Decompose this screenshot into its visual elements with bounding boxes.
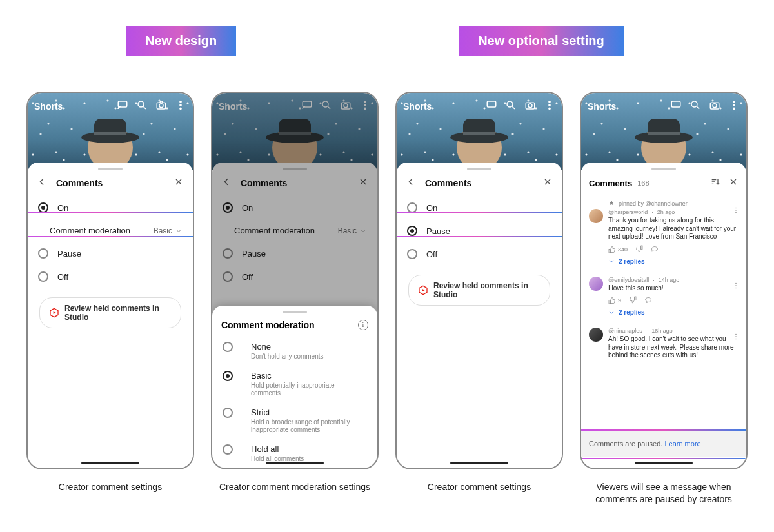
back-icon[interactable]: [406, 177, 416, 190]
svg-point-22: [549, 108, 550, 109]
badge-new-optional-setting: New optional setting: [459, 26, 624, 56]
badge-new-design: New design: [126, 26, 236, 56]
page-root: New design New optional setting Shorts: [19, 26, 755, 506]
avatar[interactable]: [589, 209, 603, 223]
sheet-title: Comments: [56, 178, 103, 188]
sheet-header: Comments: [28, 170, 193, 196]
home-indicator: [266, 462, 324, 464]
option-off[interactable]: Off: [399, 242, 559, 266]
close-icon[interactable]: [542, 177, 553, 190]
video-background: Shorts: [212, 93, 377, 170]
svg-point-14: [364, 104, 366, 106]
topbar: Shorts: [581, 93, 746, 120]
cast-icon[interactable]: [109, 99, 128, 113]
search-icon[interactable]: [497, 99, 517, 113]
camera-icon[interactable]: [332, 99, 352, 113]
learn-more-link[interactable]: Learn more: [664, 440, 700, 448]
options-list: On Comment moderation Basic Pause: [28, 196, 193, 288]
more-icon[interactable]: [167, 99, 186, 113]
svg-point-21: [549, 104, 550, 106]
cast-icon[interactable]: [662, 99, 682, 113]
viewer-title: Comments: [589, 179, 632, 188]
subopt-basic[interactable]: BasicHold potentially inappropriate comm…: [212, 366, 377, 402]
back-icon[interactable]: [37, 177, 47, 190]
avatar[interactable]: [589, 277, 603, 291]
comment: @ninanaples·18h ago Ah! SO good. I can't…: [581, 322, 746, 366]
more-icon[interactable]: [720, 99, 740, 113]
reply-icon[interactable]: [644, 296, 652, 305]
caption: Viewers will see a message when comments…: [580, 481, 748, 506]
review-chip[interactable]: Review held comments in Studio: [408, 275, 550, 306]
replies-link[interactable]: 2 replies: [608, 309, 739, 316]
subsheet-title: Comment moderation: [221, 320, 315, 330]
subopt-strict[interactable]: StrictHold a broader range of potentiall…: [212, 402, 377, 439]
close-icon[interactable]: [174, 177, 184, 190]
caption: Creator comment settings: [59, 481, 162, 493]
replies-link[interactable]: 2 replies: [608, 258, 739, 265]
options-list: On Pause Off: [397, 196, 562, 266]
search-icon[interactable]: [128, 99, 148, 113]
option-pause[interactable]: Pause: [30, 242, 190, 265]
info-icon[interactable]: [358, 320, 368, 330]
camera-icon[interactable]: [701, 99, 720, 113]
option-label: On: [57, 203, 68, 213]
sort-icon[interactable]: [710, 177, 720, 190]
subsheet-header: Comment moderation: [212, 313, 377, 337]
video-subject: [635, 112, 693, 170]
option-on[interactable]: On: [30, 196, 190, 219]
sheet-header: Comments: [397, 170, 562, 196]
svg-rect-16: [487, 101, 496, 107]
topbar-label: Shorts: [219, 101, 247, 112]
subopt-none[interactable]: NoneDon't hold any comments: [212, 337, 377, 366]
dislike-icon[interactable]: [629, 296, 637, 305]
home-indicator: [635, 462, 693, 464]
comment-more-icon[interactable]: [732, 331, 740, 343]
comment-more-icon[interactable]: [732, 281, 740, 292]
more-icon[interactable]: [536, 99, 555, 113]
col-3: Shorts Comments: [395, 92, 563, 506]
search-icon[interactable]: [313, 99, 332, 113]
svg-rect-41: [635, 297, 636, 300]
cast-icon[interactable]: [293, 99, 313, 113]
option-moderation[interactable]: Comment moderation Basic: [30, 219, 190, 242]
svg-rect-9: [303, 101, 312, 107]
cast-icon[interactable]: [478, 99, 497, 113]
radio-icon: [407, 249, 417, 259]
svg-point-43: [735, 336, 737, 337]
comment-text: Thank you for taking us along for this a…: [608, 217, 739, 241]
video-background: Shorts: [28, 93, 193, 170]
svg-point-20: [549, 101, 550, 103]
option-pause[interactable]: Pause: [399, 219, 559, 242]
reply-icon[interactable]: [651, 245, 659, 254]
camera-icon[interactable]: [517, 99, 536, 113]
camera-icon[interactable]: [148, 99, 167, 113]
svg-point-30: [733, 104, 735, 106]
close-icon[interactable]: [728, 177, 739, 190]
topbar-label: Shorts: [403, 101, 432, 112]
svg-point-13: [364, 101, 366, 103]
comments-sheet: Comments On Comment moderation Basic: [28, 163, 193, 468]
svg-point-10: [322, 101, 328, 107]
review-chip[interactable]: Review held comments in Studio: [39, 297, 181, 328]
svg-marker-8: [54, 311, 56, 314]
comment-count: 168: [637, 179, 649, 187]
topbar-label: Shorts: [34, 101, 63, 112]
studio-icon: [49, 308, 59, 318]
svg-point-37: [735, 282, 737, 284]
like-icon[interactable]: 9: [608, 297, 621, 304]
svg-point-3: [159, 104, 163, 108]
search-icon[interactable]: [682, 99, 701, 113]
paused-banner: Comments are paused. Learn more: [581, 431, 746, 457]
option-off[interactable]: Off: [30, 265, 190, 288]
chevron-down-icon: [175, 227, 183, 235]
svg-rect-36: [641, 246, 642, 250]
sheet-title: Comments: [425, 178, 471, 188]
dislike-icon[interactable]: [635, 245, 643, 254]
phone-3: Shorts Comments: [395, 92, 563, 469]
comment-more-icon[interactable]: [732, 205, 740, 217]
chip-label: Review held comments in Studio: [433, 281, 541, 299]
more-icon[interactable]: [352, 99, 371, 113]
avatar[interactable]: [589, 328, 603, 342]
like-icon[interactable]: 340: [608, 246, 628, 253]
option-on[interactable]: On: [399, 196, 559, 219]
